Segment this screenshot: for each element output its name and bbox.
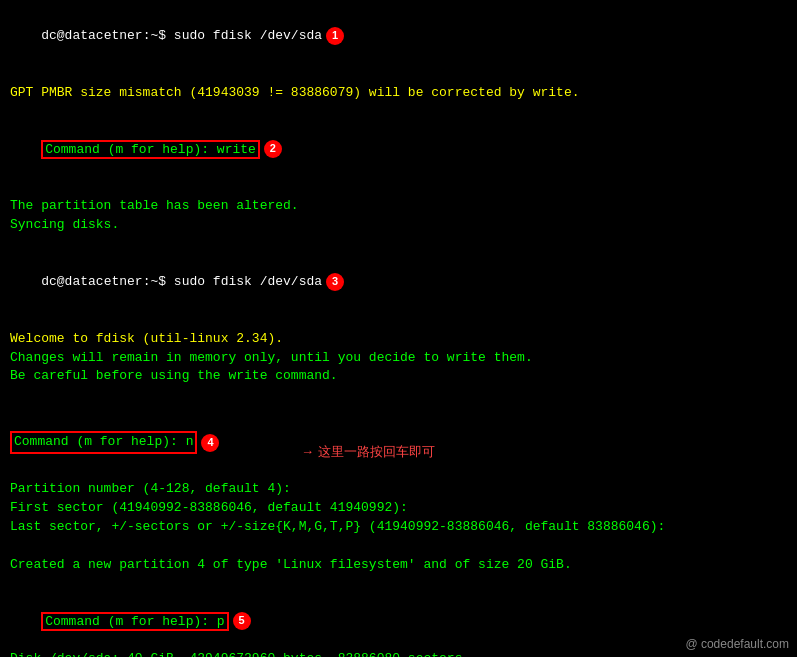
badge-2: 2: [264, 140, 282, 158]
arrow-right: → 这里一路按回车即可: [301, 444, 435, 459]
line-first-sector: First sector (41940992-83886046, default…: [10, 499, 787, 518]
watermark-text: @ codedefault.com: [685, 637, 789, 651]
line-cmd-2: Command (m for help): write2: [10, 122, 787, 179]
badge-4: 4: [201, 434, 219, 452]
line-syncing: Syncing disks.: [10, 216, 787, 235]
line-welcome: Welcome to fdisk (util-linux 2.34).: [10, 330, 787, 349]
watermark: @ codedefault.com: [685, 637, 789, 651]
cmd-highlighted-4: Command (m for help): n: [10, 431, 197, 454]
line-altered: The partition table has been altered.: [10, 197, 787, 216]
line-partition-number: Partition number (4-128, default 4):: [10, 480, 787, 499]
badge-5: 5: [233, 612, 251, 630]
line-1: dc@datacetner:~$ sudo fdisk /dev/sda1: [10, 8, 787, 65]
line-last-sector: Last sector, +/-sectors or +/-size{K,M,G…: [10, 518, 787, 537]
blank-5: [10, 311, 787, 330]
line-careful: Be careful before using the write comman…: [10, 367, 787, 386]
annotation-chinese: → 这里一路按回车即可: [279, 405, 434, 480]
line-disk-size: Disk /dev/sda: 40 GiB, 42949672960 bytes…: [10, 650, 787, 657]
line-prompt-2: dc@datacetner:~$ sudo fdisk /dev/sda3: [10, 254, 787, 311]
line-changes: Changes will remain in memory only, unti…: [10, 349, 787, 368]
blank-6: [10, 386, 787, 405]
cmd-highlighted-5: Command (m for help): p: [41, 612, 228, 631]
blank-4: [10, 235, 787, 254]
line-cmd-5: Command (m for help): p5: [10, 593, 787, 650]
blank-8: [10, 575, 787, 594]
blank-3: [10, 178, 787, 197]
prompt-text-1: dc@datacetner:~$ sudo fdisk /dev/sda: [41, 28, 322, 43]
line-cmd-4: Command (m for help): n4 → 这里一路按回车即可: [10, 405, 787, 480]
prompt-text-2: dc@datacetner:~$ sudo fdisk /dev/sda: [41, 274, 322, 289]
line-warning: GPT PMBR size mismatch (41943039 != 8388…: [10, 84, 787, 103]
badge-1: 1: [326, 27, 344, 45]
blank-1: [10, 65, 787, 84]
line-created: Created a new partition 4 of type 'Linux…: [10, 556, 787, 575]
blank-7: [10, 537, 787, 556]
blank-2: [10, 103, 787, 122]
cmd-highlighted-2: Command (m for help): write: [41, 140, 260, 159]
badge-3: 3: [326, 273, 344, 291]
terminal-window: dc@datacetner:~$ sudo fdisk /dev/sda1 GP…: [0, 0, 797, 657]
